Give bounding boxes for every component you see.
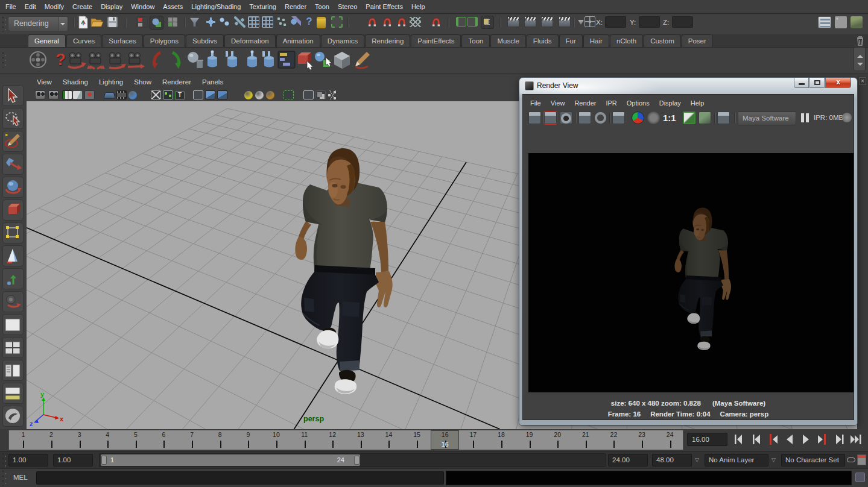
svg-text:y: y bbox=[40, 391, 45, 398]
svg-text:z: z bbox=[30, 420, 33, 427]
svg-text:x: x bbox=[60, 415, 64, 423]
svg-text:persp: persp bbox=[303, 415, 324, 423]
